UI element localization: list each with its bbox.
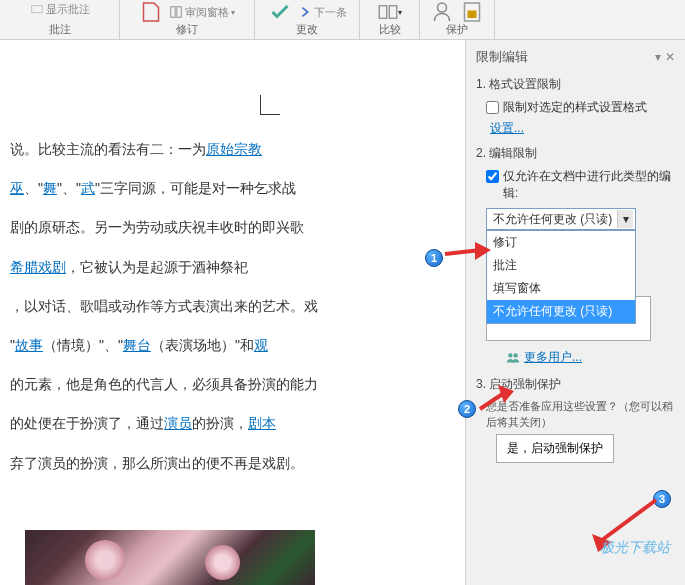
dropdown-option-readonly[interactable]: 不允许任何更改 (只读) (487, 300, 635, 323)
ribbon-group-changes: 更改 (296, 22, 318, 39)
section-2-title: 2. 编辑限制 (476, 145, 675, 162)
link-religion[interactable]: 原始宗教 (206, 141, 262, 157)
link-dance[interactable]: 舞 (43, 180, 57, 196)
ribbon-group-comments: 批注 (49, 22, 71, 39)
annotation-badge-1: 1 (425, 249, 443, 267)
ribbon-group-protect: 保护 (446, 22, 468, 39)
svg-rect-3 (379, 6, 387, 19)
more-users-link[interactable]: 更多用户... (506, 349, 675, 366)
restrict-editing-pane: 限制编辑 ▾ ✕ 1. 格式设置限制 限制对选定的样式设置格式 设置... 2.… (465, 40, 685, 585)
annotation-badge-2: 2 (458, 400, 476, 418)
accept-icon[interactable] (268, 2, 292, 22)
tracking-icon[interactable] (139, 2, 163, 22)
compare-icon[interactable]: ▾ (378, 2, 402, 22)
link-actor[interactable]: 演员 (164, 415, 192, 431)
section-3-title: 3. 启动强制保护 (476, 376, 675, 393)
ribbon-group-compare: 比较 (379, 22, 401, 39)
link-view[interactable]: 观 (254, 337, 268, 353)
allow-only-label: 仅允许在文档中进行此类型的编辑: (503, 168, 675, 202)
link-script[interactable]: 剧本 (248, 415, 276, 431)
page-corner-mark (260, 95, 280, 115)
allow-only-checkbox[interactable] (486, 170, 499, 183)
svg-point-8 (508, 353, 512, 357)
link-greek-drama[interactable]: 希腊戏剧 (10, 259, 66, 275)
link-story[interactable]: 故事 (15, 337, 43, 353)
users-icon (506, 351, 520, 365)
link-wu[interactable]: 巫 (10, 180, 24, 196)
document-text: 说。比较主流的看法有二：一为原始宗教 巫、"舞"、"武"三字同源，可能是对一种乞… (10, 130, 445, 483)
restrict-editing-icon[interactable] (460, 2, 484, 22)
pane-dropdown-icon[interactable]: ▾ (655, 50, 661, 64)
dropdown-option-forms[interactable]: 填写窗体 (487, 277, 635, 300)
editing-type-dropdown-list: 修订 批注 填写窗体 不允许任何更改 (只读) (486, 230, 636, 324)
link-martial[interactable]: 武 (81, 180, 95, 196)
pane-close-icon[interactable]: ✕ (665, 50, 675, 64)
block-authors-icon[interactable] (430, 2, 454, 22)
svg-rect-1 (171, 7, 175, 18)
restrict-formatting-checkbox[interactable] (486, 101, 499, 114)
svg-rect-2 (177, 7, 181, 18)
annotation-badge-3: 3 (653, 490, 671, 508)
flower-image (25, 530, 315, 585)
section-1-title: 1. 格式设置限制 (476, 76, 675, 93)
svg-point-5 (438, 3, 447, 12)
restrict-formatting-label: 限制对选定的样式设置格式 (503, 99, 647, 116)
svg-rect-4 (389, 6, 397, 19)
show-comments-button[interactable]: 显示批注 (30, 2, 90, 17)
settings-link[interactable]: 设置... (490, 120, 675, 137)
pane-title: 限制编辑 (476, 48, 528, 66)
link-stage[interactable]: 舞台 (123, 337, 151, 353)
ribbon-group-tracking: 修订 (176, 22, 198, 39)
chevron-down-icon[interactable]: ▾ (617, 210, 633, 228)
enforce-desc: 您是否准备应用这些设置？（您可以稍后将其关闭） (486, 399, 675, 430)
svg-rect-7 (468, 11, 477, 19)
editing-type-dropdown[interactable]: 不允许任何更改 (只读) ▾ (486, 208, 636, 230)
svg-rect-0 (31, 5, 42, 12)
document-area[interactable]: 说。比较主流的看法有二：一为原始宗教 巫、"舞"、"武"三字同源，可能是对一种乞… (0, 40, 465, 585)
svg-point-9 (513, 353, 517, 357)
reviewing-pane-button[interactable]: 审阅窗格 ▾ (169, 2, 235, 22)
dropdown-option-revisions[interactable]: 修订 (487, 231, 635, 254)
next-button[interactable]: 下一条 (298, 2, 347, 22)
ribbon: 显示批注 批注 审阅窗格 ▾ 修订 下一条 更改 ▾ 比较 (0, 0, 685, 40)
enforce-protection-button[interactable]: 是，启动强制保护 (496, 434, 614, 463)
dropdown-option-comments[interactable]: 批注 (487, 254, 635, 277)
